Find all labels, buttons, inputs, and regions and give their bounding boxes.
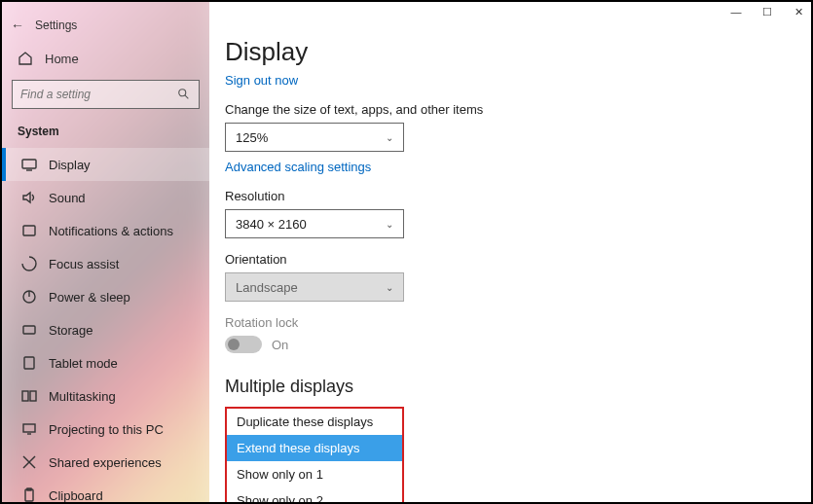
- scale-value: 125%: [236, 130, 268, 145]
- svg-point-0: [179, 90, 186, 96]
- dd-option-duplicate[interactable]: Duplicate these displays: [227, 409, 402, 435]
- nav-label: Shared experiences: [49, 455, 162, 470]
- sidebar: ← Settings Home System Display Sound: [2, 2, 209, 502]
- main-content: — ☐ ✕ Display Sign out now Change the si…: [209, 2, 811, 502]
- home-label: Home: [45, 52, 79, 66]
- shared-icon: [21, 454, 37, 470]
- storage-icon: [21, 322, 37, 338]
- resolution-value: 3840 × 2160: [236, 217, 307, 232]
- multitasking-icon: [21, 388, 37, 404]
- orientation-value: Landscape: [236, 280, 298, 295]
- dd-option-show2[interactable]: Show only on 2: [227, 487, 402, 502]
- chevron-down-icon: ⌄: [386, 282, 393, 293]
- clipboard-icon: [21, 487, 37, 502]
- svg-rect-4: [23, 226, 35, 235]
- sign-out-link[interactable]: Sign out now: [225, 73, 298, 88]
- power-icon: [21, 289, 37, 305]
- sound-icon: [21, 190, 37, 205]
- nav-label: Multitasking: [49, 389, 116, 404]
- nav-label: Sound: [49, 191, 86, 205]
- svg-rect-10: [30, 391, 36, 401]
- home-link[interactable]: Home: [2, 41, 209, 76]
- display-icon: [21, 157, 37, 172]
- nav-projecting[interactable]: Projecting to this PC: [2, 413, 209, 446]
- nav-sound[interactable]: Sound: [2, 181, 209, 214]
- notifications-icon: [21, 223, 37, 238]
- projecting-icon: [21, 421, 37, 437]
- section-system: System: [2, 119, 209, 148]
- nav-storage[interactable]: Storage: [2, 313, 209, 346]
- back-button[interactable]: ←: [10, 18, 25, 33]
- nav-label: Tablet mode: [49, 356, 118, 371]
- dd-option-show1[interactable]: Show only on 1: [227, 461, 402, 487]
- nav-shared-experiences[interactable]: Shared experiences: [2, 446, 209, 479]
- close-button[interactable]: ✕: [792, 6, 805, 18]
- svg-rect-9: [22, 391, 28, 401]
- nav-label: Projecting to this PC: [49, 422, 164, 437]
- search-input[interactable]: [12, 80, 200, 109]
- svg-line-1: [185, 95, 189, 99]
- svg-rect-7: [23, 326, 35, 334]
- maximize-button[interactable]: ☐: [760, 6, 774, 18]
- orientation-combo: Landscape ⌄: [225, 272, 404, 302]
- scale-label: Change the size of text, apps, and other…: [225, 102, 795, 117]
- tablet-icon: [21, 355, 37, 371]
- scale-combo[interactable]: 125% ⌄: [225, 123, 404, 152]
- multiple-displays-dropdown[interactable]: Duplicate these displays Extend these di…: [225, 407, 404, 502]
- nav-label: Display: [49, 158, 91, 172]
- svg-rect-2: [22, 160, 36, 168]
- search-field[interactable]: [20, 88, 177, 101]
- focus-icon: [21, 256, 37, 271]
- chevron-down-icon: ⌄: [386, 219, 393, 230]
- nav-label: Notifications & actions: [49, 224, 173, 238]
- minimize-button[interactable]: —: [729, 6, 743, 18]
- nav-focus-assist[interactable]: Focus assist: [2, 247, 209, 280]
- home-icon: [18, 51, 33, 66]
- dd-option-extend[interactable]: Extend these displays: [227, 435, 402, 461]
- nav-label: Clipboard: [49, 488, 103, 503]
- resolution-combo[interactable]: 3840 × 2160 ⌄: [225, 209, 404, 238]
- nav-label: Focus assist: [49, 257, 119, 271]
- svg-rect-15: [25, 489, 33, 501]
- search-icon: [177, 88, 191, 101]
- window-title: Settings: [35, 18, 77, 32]
- chevron-down-icon: ⌄: [386, 132, 393, 143]
- svg-rect-8: [24, 357, 34, 369]
- nav-display[interactable]: Display: [2, 148, 209, 181]
- nav-label: Power & sleep: [49, 290, 130, 305]
- nav-clipboard[interactable]: Clipboard: [2, 479, 209, 502]
- svg-rect-11: [23, 424, 35, 432]
- nav-label: Storage: [49, 323, 93, 338]
- nav-multitasking[interactable]: Multitasking: [2, 379, 209, 413]
- rotation-toggle: [225, 336, 262, 353]
- orientation-label: Orientation: [225, 252, 795, 267]
- rotation-state: On: [272, 338, 288, 352]
- nav-power-sleep[interactable]: Power & sleep: [2, 280, 209, 313]
- page-title: Display: [225, 37, 795, 67]
- nav-tablet-mode[interactable]: Tablet mode: [2, 346, 209, 379]
- rotation-label: Rotation lock: [225, 315, 795, 330]
- advanced-scaling-link[interactable]: Advanced scaling settings: [225, 160, 371, 174]
- nav-notifications[interactable]: Notifications & actions: [2, 214, 209, 247]
- multiple-displays-heading: Multiple displays: [225, 377, 795, 397]
- resolution-label: Resolution: [225, 189, 795, 203]
